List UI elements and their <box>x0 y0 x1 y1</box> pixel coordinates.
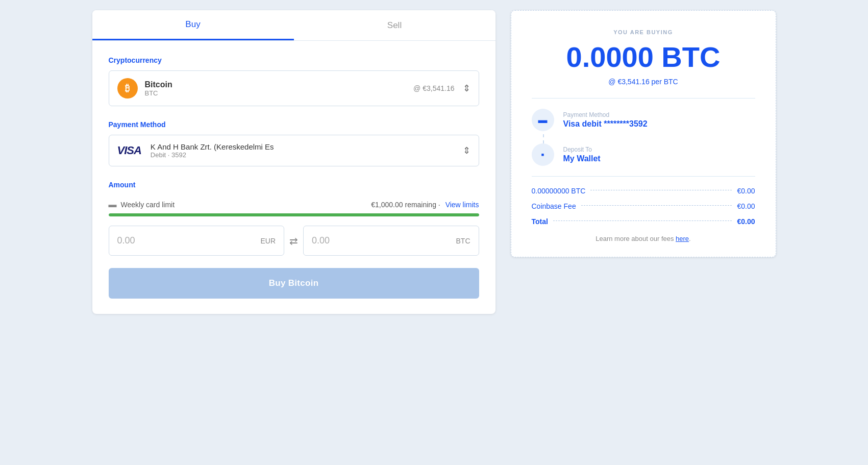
btc-currency-label: BTC <box>456 237 470 245</box>
btc-input[interactable] <box>312 235 452 246</box>
deposit-to-row: ▪ Deposit To My Wallet <box>532 143 755 166</box>
payment-method-text: Payment Method Visa debit ********3592 <box>563 111 755 129</box>
payment-method-selector[interactable]: VISA K And H Bank Zrt. (Kereskedelmi Es … <box>109 135 479 166</box>
card-icon: ▬ <box>109 200 117 209</box>
buy-bitcoin-button[interactable]: Buy Bitcoin <box>109 268 479 299</box>
fee-dashes-2 <box>581 205 732 206</box>
payment-method-value: Visa debit ********3592 <box>563 119 755 129</box>
amount-inputs: EUR ⇄ BTC <box>109 226 479 256</box>
deposit-to-value: My Wallet <box>563 154 755 163</box>
btc-input-box[interactable]: BTC <box>303 226 479 256</box>
payment-method-sublabel: Payment Method <box>563 111 755 118</box>
wallet-icon: ▪ <box>541 150 544 160</box>
divider-1 <box>532 98 755 99</box>
total-fee-row: Total €0.00 <box>532 217 755 226</box>
buying-amount: 0.0000 BTC <box>532 40 755 74</box>
payment-method-row: ▬ Payment Method Visa debit ********3592 <box>532 109 755 131</box>
chevron-updown-icon: ⇕ <box>463 84 470 93</box>
divider-2 <box>532 176 755 177</box>
deposit-to-text: Deposit To My Wallet <box>563 146 755 163</box>
total-value: €0.00 <box>737 217 755 226</box>
payment-chevron-icon: ⇕ <box>463 146 470 155</box>
weekly-card-limit-label: Weekly card limit <box>121 201 175 209</box>
dashed-connector <box>543 134 755 143</box>
visa-logo: VISA <box>117 144 141 157</box>
fees-link[interactable]: here <box>676 235 689 242</box>
dot-separator: · <box>438 201 442 209</box>
you-are-buying-label: YOU ARE BUYING <box>532 29 755 35</box>
crypto-name: Bitcoin <box>145 80 172 89</box>
payment-info: VISA K And H Bank Zrt. (Kereskedelmi Es … <box>117 142 274 159</box>
deposit-to-sublabel: Deposit To <box>563 146 755 153</box>
amount-section: ▬ Weekly card limit €1,000.00 remaining … <box>109 195 479 216</box>
cryptocurrency-label: Cryptocurrency <box>109 56 479 64</box>
btc-amount-fee-label: 0.00000000 BTC <box>532 187 586 195</box>
eur-currency-label: EUR <box>260 237 276 245</box>
per-btc-price: @ €3,541.16 per BTC <box>532 78 755 86</box>
deposit-icon-circle: ▪ <box>532 143 554 166</box>
tab-sell[interactable]: Sell <box>294 10 495 40</box>
eur-input[interactable] <box>117 235 257 246</box>
left-panel: Buy Sell Cryptocurrency ₿ Bitcoin BTC @ … <box>92 10 495 314</box>
btc-amount-fee-value: €0.00 <box>737 187 755 195</box>
crypto-info: ₿ Bitcoin BTC <box>117 78 172 99</box>
amount-label: Amount <box>109 181 479 189</box>
coinbase-fee-row: Coinbase Fee €0.00 <box>532 202 755 210</box>
right-panel: YOU ARE BUYING 0.0000 BTC @ €3,541.16 pe… <box>511 10 776 257</box>
remaining-amount: €1,000.00 remaining <box>371 201 436 209</box>
view-limits-link[interactable]: View limits <box>445 201 479 209</box>
fee-dashes-3 <box>553 221 732 221</box>
progress-bar-fill <box>109 213 479 216</box>
fee-rows: 0.00000000 BTC €0.00 Coinbase Fee €0.00 … <box>532 187 755 226</box>
limit-row: ▬ Weekly card limit €1,000.00 remaining … <box>109 195 479 213</box>
coinbase-fee-label: Coinbase Fee <box>532 202 576 210</box>
coinbase-fee-value: €0.00 <box>737 202 755 210</box>
bitcoin-icon: ₿ <box>117 78 138 99</box>
limit-right: €1,000.00 remaining · View limits <box>371 201 479 209</box>
credit-card-icon: ▬ <box>538 115 548 126</box>
tabs: Buy Sell <box>92 10 495 41</box>
progress-bar-background <box>109 213 479 216</box>
total-label: Total <box>532 217 548 226</box>
payment-method-label: Payment Method <box>109 120 479 129</box>
cryptocurrency-selector[interactable]: ₿ Bitcoin BTC @ €3,541.16 ⇕ <box>109 70 479 106</box>
payment-bank-name: K And H Bank Zrt. (Kereskedelmi Es <box>151 142 274 151</box>
fee-dashes-1 <box>590 190 732 190</box>
btc-amount-fee-row: 0.00000000 BTC €0.00 <box>532 187 755 195</box>
tab-buy[interactable]: Buy <box>92 10 294 40</box>
payment-sub: Debit · 3592 <box>151 151 274 159</box>
learn-more-text: Learn more about our fees here. <box>532 235 755 242</box>
eur-input-box[interactable]: EUR <box>109 226 285 256</box>
swap-icon[interactable]: ⇄ <box>289 235 298 247</box>
crypto-symbol: BTC <box>145 89 172 97</box>
crypto-price: @ €3,541.16 <box>413 84 454 92</box>
payment-method-icon-circle: ▬ <box>532 109 554 131</box>
